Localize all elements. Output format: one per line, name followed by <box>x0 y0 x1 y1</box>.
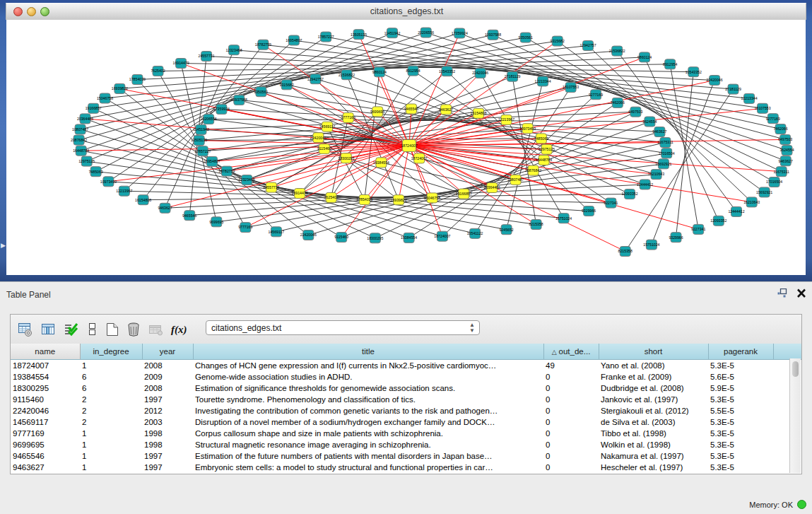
network-window-titlebar[interactable]: citations_edges.txt <box>6 3 806 20</box>
graph-node[interactable]: 17359924 <box>452 28 468 38</box>
graph-node[interactable]: 9277169 <box>589 90 603 100</box>
graph-node[interactable]: 3624554 <box>642 117 657 127</box>
graph-node[interactable]: 11451942 <box>384 28 401 38</box>
graph-node[interactable]: 11451942 <box>193 124 209 134</box>
graph-node[interactable]: 9463627 <box>158 203 172 213</box>
graph-node[interactable]: 10807487 <box>507 175 524 185</box>
column-header-pagerank[interactable]: pagerank <box>708 344 773 360</box>
graph-node[interactable]: 12942757 <box>579 41 596 51</box>
table-row[interactable]: 1456911722003Disruption of a novel membe… <box>11 416 801 428</box>
graph-node[interactable]: 16914479 <box>173 59 189 69</box>
graph-node[interactable]: 7485063 <box>534 134 548 144</box>
table-row[interactable]: 946554611997Estimation of the future num… <box>11 450 801 462</box>
graph-node[interactable]: 9115460 <box>317 144 331 154</box>
table-settings-icon[interactable] <box>18 322 33 337</box>
graph-node[interactable]: 9463627 <box>652 127 666 137</box>
graph-node[interactable]: 16939822 <box>112 83 128 93</box>
split-rows-icon[interactable] <box>86 322 98 337</box>
graph-node[interactable]: 12323468 <box>225 45 242 55</box>
table-row[interactable]: 1938455462009Genome-wide association stu… <box>11 371 801 382</box>
graph-node[interactable]: 22420046 <box>310 133 326 143</box>
graph-node[interactable]: 9227341 <box>604 198 618 208</box>
graph-node[interactable]: 11675311 <box>657 138 673 148</box>
graph-node[interactable]: 9463627 <box>439 105 453 115</box>
graph-node[interactable]: 6497503 <box>778 134 792 144</box>
graph-node[interactable]: 12444412 <box>637 180 653 189</box>
select-attributes-icon[interactable] <box>63 322 78 337</box>
graph-node[interactable]: 12975125 <box>539 144 555 154</box>
table-panel-header-actions[interactable] <box>777 288 806 301</box>
graph-node[interactable]: 11675311 <box>774 167 789 177</box>
graph-node[interactable]: 9860124 <box>637 52 652 62</box>
table-header-row[interactable]: namein_degreeyeartitle△out_de...shortpag… <box>11 344 801 360</box>
graph-node[interactable]: 20876842 <box>71 135 87 145</box>
close-panel-icon[interactable] <box>796 288 806 301</box>
graph-node[interactable]: 8912954 <box>406 66 420 76</box>
network-graph[interactable]: 1872400719384554183002959115460224200461… <box>6 20 806 275</box>
graph-node[interactable]: 12213967 <box>116 186 132 196</box>
graph-node[interactable]: 10807487 <box>72 124 88 134</box>
graph-node[interactable]: 9699695 <box>209 217 223 227</box>
column-header-out_de[interactable]: △out_de... <box>543 344 599 360</box>
graph-node[interactable]: 22420046 <box>707 76 723 86</box>
graph-node[interactable]: 9699695 <box>370 107 384 117</box>
graph-node[interactable]: 9350561 <box>519 33 533 42</box>
graph-node[interactable]: 16448784 <box>73 146 89 156</box>
column-header-title[interactable]: title <box>193 344 543 360</box>
graph-node[interactable]: 20364486 <box>77 114 93 124</box>
graph-node[interactable]: 12213344 <box>741 93 758 103</box>
graph-node[interactable]: 9245652 <box>499 225 513 235</box>
graph-node[interactable]: 7485063 <box>88 167 102 177</box>
graph-node[interactable]: 22420046 <box>300 230 317 240</box>
node-table-grid[interactable]: namein_degreeyeartitle△out_de...shortpag… <box>11 344 801 474</box>
combo-spinner-arrows[interactable]: ▲▼ <box>469 322 475 334</box>
graph-node[interactable]: 14569117 <box>269 227 285 237</box>
graph-node[interactable]: 9315682 <box>551 36 565 46</box>
graph-node[interactable]: 12093352 <box>710 216 726 226</box>
graph-node[interactable]: 15692921 <box>655 159 671 169</box>
network-canvas[interactable]: 1872400719384554183002959115460224200461… <box>6 20 806 275</box>
graph-node[interactable]: 7625402 <box>151 66 165 76</box>
table-row[interactable]: 946362711997Embryonic stem cells: a mode… <box>11 462 801 473</box>
graph-node[interactable]: 8215358 <box>529 220 543 230</box>
graph-node[interactable]: 16954807 <box>286 35 302 45</box>
table-row[interactable]: 969969511998Structural magnetic resonanc… <box>11 439 801 450</box>
graph-node[interactable]: 9350561 <box>254 87 268 97</box>
table-vertical-scrollbar[interactable] <box>789 358 801 473</box>
table-columns-icon[interactable] <box>40 322 56 337</box>
graph-node[interactable]: 16210643 <box>743 197 760 207</box>
column-header-in_degree[interactable]: in_degree <box>80 344 142 360</box>
graph-node[interactable]: 9277169 <box>766 114 780 124</box>
graph-node[interactable]: 9777169 <box>341 113 355 123</box>
graph-node[interactable]: 9860124 <box>372 67 387 77</box>
graph-node[interactable]: 9329966 <box>669 233 683 243</box>
table-source-combo[interactable]: citations_edges.txt ▲▼ <box>206 320 480 335</box>
graph-node[interactable]: 18724007 <box>401 140 417 152</box>
graph-node[interactable]: 9465546 <box>182 211 196 221</box>
left-panel-expand-arrow[interactable]: ▶ <box>1 242 6 249</box>
column-header-short[interactable]: short <box>599 344 708 360</box>
column-header-year[interactable]: year <box>142 344 193 360</box>
graph-node[interactable]: 12444412 <box>728 206 744 216</box>
scrollbar-thumb[interactable] <box>792 361 799 377</box>
graph-node[interactable]: 9329966 <box>582 206 596 216</box>
table-row[interactable]: 2242004622012Investigating the contribut… <box>11 405 801 416</box>
graph-node[interactable]: 10541122 <box>467 228 483 238</box>
graph-node[interactable]: 9465546 <box>404 104 418 114</box>
graph-node[interactable]: 17854039 <box>129 75 146 85</box>
column-header-name[interactable]: name <box>11 344 80 360</box>
table-toolbar[interactable]: f(x) citations_edges.txt ▲▼ <box>11 315 801 344</box>
table-row[interactable]: 977716911998Corpus callosum shape and si… <box>11 428 801 439</box>
graph-node[interactable]: 17016504 <box>659 148 675 158</box>
graph-node[interactable]: 20206556 <box>418 28 434 37</box>
graph-node[interactable]: 7462066 <box>611 98 625 107</box>
graph-node[interactable]: 9463627 <box>779 156 793 166</box>
graph-node[interactable]: 21536822 <box>609 46 625 56</box>
graph-node[interactable]: 12093352 <box>621 189 637 199</box>
memory-status-indicator[interactable] <box>797 500 806 509</box>
new-table-icon[interactable] <box>105 322 119 337</box>
graph-node[interactable]: 19166857 <box>86 103 102 113</box>
graph-node[interactable]: 7625402 <box>324 192 338 202</box>
table-row[interactable]: 1872400712008Changes of HCN gene express… <box>11 360 801 372</box>
graph-node[interactable]: 9115460 <box>334 233 348 243</box>
